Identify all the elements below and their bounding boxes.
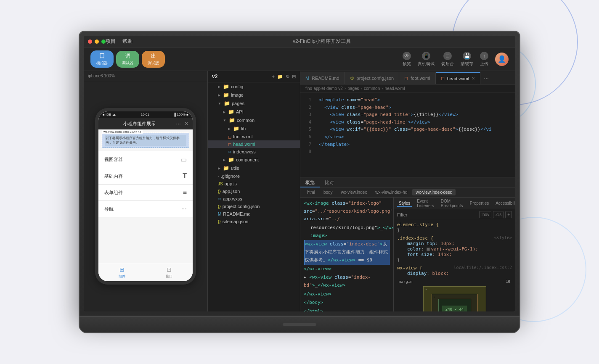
tree-item-lib[interactable]: ▶ 📁 lib [208, 124, 300, 133]
collapse-icon[interactable]: ⊟ [292, 74, 296, 79]
tree-item-app-json[interactable]: {} app.json [208, 187, 300, 195]
nav-item-api[interactable]: ⊡ 接口 [146, 266, 193, 279]
nav-item-component[interactable]: ⊞ 组件 [98, 266, 146, 279]
file-icon: ◻ [228, 142, 231, 147]
minimize-button[interactable] [95, 40, 99, 44]
tab-label: head.wxml [447, 76, 469, 81]
test-button[interactable]: 出 测试版 [142, 51, 165, 68]
preview-action[interactable]: 👁 预览 [403, 52, 411, 67]
tree-item-foot-wxml[interactable]: ◻ foot.wxml [208, 133, 300, 140]
tree-item-pages[interactable]: ▼ 📁 pages [208, 99, 300, 108]
box-padding: 240 × 44 [438, 299, 471, 311]
list-item-label: 导航 [104, 206, 114, 212]
tree-item-label: config [231, 84, 243, 89]
menu-item-help[interactable]: 帮助 [122, 38, 133, 45]
bottom-tab-compare[interactable]: 比对 [320, 177, 339, 187]
element-content: 以下将展示小程序官方组件能力，组件样式仅供参考，自定义组件参考。 [105, 135, 186, 146]
styles-prop-font-size: font-size: 14px; [397, 252, 512, 257]
filter-hov-button[interactable]: :hov [479, 211, 491, 218]
tab-project-config[interactable]: ⚙ project.config.json [345, 72, 400, 84]
tab-label: README.md [312, 76, 339, 81]
tree-item-config[interactable]: ▶ 📁 config [208, 82, 300, 91]
toolbar: 口 模拟器 调 调试器 出 测试版 [84, 47, 515, 71]
bottom-content: <wx-image class="index-logo" src="../res… [300, 198, 515, 311]
tab-more-button[interactable]: ··· [480, 72, 492, 84]
styles-prop-margin-top: margin-top: 10px; [397, 241, 512, 246]
elem-tab-wx-view-index-hd[interactable]: wx-view.index-hd [372, 189, 411, 195]
tree-item-readme[interactable]: M README.md [208, 210, 300, 218]
tree-item-label: pages [232, 101, 244, 106]
list-item-form[interactable]: 表单组件 ≡ [98, 185, 193, 201]
background-action[interactable]: ◻ 切后台 [441, 52, 454, 67]
folder-icon: 📁 [228, 157, 234, 163]
tab-head-wxml[interactable]: ◻ head.wxml ✕ [436, 72, 481, 84]
clear-cache-action[interactable]: 💾 清缓存 [461, 52, 473, 67]
tree-item-utils[interactable]: ▶ 📁 utils [208, 164, 300, 172]
main-content: iphone6 100% ■ IDE ☁ 10:01 ▌100% ■ [84, 71, 515, 311]
simulator-button[interactable]: 口 模拟器 [90, 50, 114, 68]
tree-item-head-wxml[interactable]: ◻ head.wxml [208, 140, 300, 148]
list-item-icon: T [183, 172, 187, 180]
code-content[interactable]: <template name="head"> <view class="page… [314, 93, 515, 177]
device-debug-action[interactable]: 📱 真机调试 [418, 52, 435, 67]
elem-tab-body[interactable]: body [320, 189, 336, 195]
tree-item-sitemap[interactable]: {} sitemap.json [208, 218, 300, 225]
tree-item-project-config[interactable]: {} project.config.json [208, 203, 300, 210]
styles-tab-event-listeners[interactable]: Event Listeners [415, 198, 436, 209]
styles-tab-accessibility[interactable]: Accessibility [494, 200, 515, 206]
tree-item-component[interactable]: ▶ 📁 component [208, 156, 300, 164]
tab-readme[interactable]: M README.md [300, 72, 345, 84]
debug-button[interactable]: 调 调试器 [116, 51, 139, 68]
new-folder-icon[interactable]: 📁 [277, 74, 283, 79]
list-item-view-container[interactable]: 视图容器 ▭ [98, 151, 193, 168]
tree-item-label: image [231, 92, 244, 98]
tree-item-app-wxss[interactable]: ≋ app.wxss [208, 195, 300, 203]
breadcrumb-item-2: pages [347, 86, 359, 91]
tab-foot-wxml[interactable]: ◻ foot.wxml [399, 72, 435, 84]
user-avatar[interactable]: 👤 [495, 53, 509, 66]
box-content: 240 × 44 [442, 306, 467, 311]
styles-rule-element: element.style { } [397, 222, 512, 233]
list-item-label: 表单组件 [104, 190, 123, 196]
file-icon: ◻ [228, 135, 231, 139]
element-tabs: html body wx-view.index wx-view.index-hd… [300, 187, 515, 198]
menu-item-project[interactable]: 项目 [106, 38, 116, 45]
tree-item-app-js[interactable]: JS app.js [208, 180, 300, 187]
elem-tab-wx-view-index-desc[interactable]: wx-view.index-desc [412, 189, 455, 195]
code-editor[interactable]: 1 2 3 4 5 6 7 8 <template name="head"> <… [300, 93, 515, 177]
bottom-tab-overview[interactable]: 概览 [300, 177, 320, 187]
new-file-icon[interactable]: + [272, 74, 275, 79]
filter-add-button[interactable]: + [505, 211, 512, 218]
file-icon: {} [218, 204, 221, 209]
iphone-nav-bar: ⊞ 组件 ⊡ 接口 [98, 263, 193, 281]
tree-item-index-wxss[interactable]: ≋ index.wxss [208, 148, 300, 156]
tree-item-gitignore[interactable]: · .gitignore [208, 172, 300, 180]
styles-tab-properties[interactable]: Properties [468, 200, 491, 206]
app-header: 小程序组件展示 ··· ✕ [98, 118, 193, 129]
tab-close-icon[interactable]: ✕ [472, 76, 475, 81]
refresh-icon[interactable]: ↻ [286, 74, 289, 79]
tree-item-common[interactable]: ▼ 📁 common [208, 116, 300, 124]
upload-action[interactable]: ↑ 上传 [480, 52, 488, 67]
close-button[interactable] [88, 40, 92, 44]
filter-cls-button[interactable]: .cls [493, 211, 504, 218]
styles-tab-styles[interactable]: Styles [397, 200, 412, 207]
component-icon: ⊞ [118, 266, 126, 273]
tab-label: foot.wxml [411, 76, 430, 81]
elem-tab-wx-view-index[interactable]: wx-view.index [338, 189, 371, 195]
styles-tab-dom-breakpoints[interactable]: DOM Breakpoints [439, 198, 465, 209]
list-item-basic-content[interactable]: 基础内容 T [98, 168, 193, 185]
elem-tab-html[interactable]: html [304, 189, 318, 195]
border-label: - [425, 288, 427, 291]
tree-item-api[interactable]: ▶ 📁 API [208, 108, 300, 116]
folder-icon: 📁 [223, 165, 229, 171]
list-item-nav[interactable]: 导航 ··· [98, 201, 193, 217]
maximize-button[interactable] [101, 40, 106, 44]
folder-icon: 📁 [223, 84, 229, 90]
preview-line: <wx-image class="index-logo" src="../res… [304, 199, 390, 224]
filter-label: Filter [397, 212, 407, 217]
tree-item-image[interactable]: ▶ 📁 image [208, 91, 300, 99]
phone-frame: ■ IDE ☁ 10:01 ▌100% ■ 小程序组件展示 ··· ✕ [84, 81, 207, 311]
tree-item-label: app.wxss [223, 196, 242, 201]
upload-icon: ↑ [480, 52, 488, 60]
